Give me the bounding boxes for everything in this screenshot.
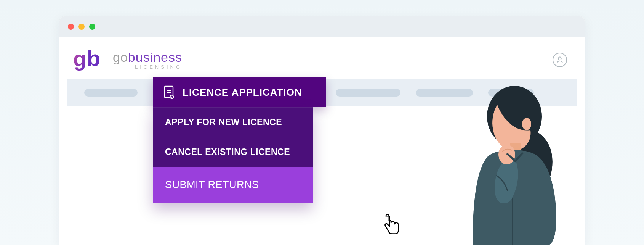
window-controls: [68, 24, 95, 30]
brand-logo[interactable]: g b gobusiness LICENSING: [73, 48, 182, 71]
brand-text: gobusiness LICENSING: [113, 50, 182, 70]
dropdown-item-label: CANCEL EXISTING LICENCE: [165, 147, 290, 157]
minimize-window-button[interactable]: [78, 24, 85, 30]
profile-icon: [556, 56, 564, 64]
dropdown-item-label: SUBMIT RETURNS: [165, 179, 259, 191]
brand-subtitle: LICENSING: [113, 64, 182, 70]
site-header: g b gobusiness LICENSING: [59, 37, 585, 79]
document-icon: [163, 85, 175, 99]
svg-point-9: [522, 118, 531, 130]
profile-button[interactable]: [553, 53, 567, 67]
maximize-window-button[interactable]: [89, 24, 95, 30]
nav-item-placeholder[interactable]: [336, 89, 400, 97]
nav-item-placeholder[interactable]: [84, 89, 138, 97]
pointer-cursor-icon: [381, 214, 402, 235]
dropdown-item-apply-new-licence[interactable]: APPLY FOR NEW LICENCE: [153, 107, 313, 137]
person-illustration: [446, 80, 583, 245]
brand-word-1: go: [113, 50, 128, 64]
nav-tab-label: LICENCE APPLICATION: [183, 87, 302, 98]
licence-dropdown: APPLY FOR NEW LICENCE CANCEL EXISTING LI…: [153, 107, 313, 203]
close-window-button[interactable]: [68, 24, 74, 30]
dropdown-item-label: APPLY FOR NEW LICENCE: [165, 117, 282, 127]
brand-word-2: business: [128, 50, 182, 64]
dropdown-item-submit-returns[interactable]: SUBMIT RETURNS: [153, 167, 313, 203]
dropdown-item-cancel-existing-licence[interactable]: CANCEL EXISTING LICENCE: [153, 137, 313, 167]
svg-point-2: [558, 57, 561, 60]
browser-titlebar: [59, 16, 585, 37]
nav-tab-licence-application[interactable]: LICENCE APPLICATION: [153, 77, 326, 107]
svg-text:g: g: [73, 48, 86, 71]
logo-mark-icon: g b: [73, 48, 106, 71]
svg-text:b: b: [87, 48, 100, 71]
